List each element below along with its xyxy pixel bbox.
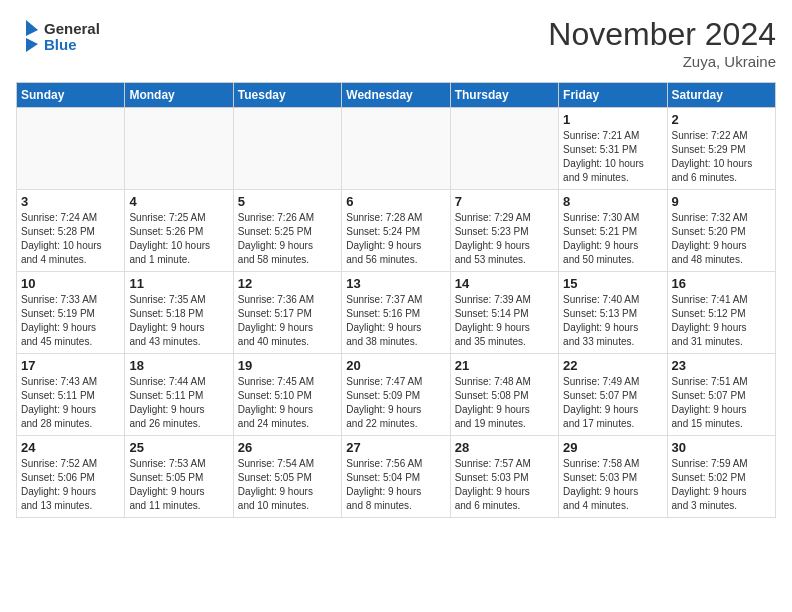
calendar-cell: 14Sunrise: 7:39 AM Sunset: 5:14 PM Dayli… — [450, 272, 558, 354]
calendar-week-row-4: 17Sunrise: 7:43 AM Sunset: 5:11 PM Dayli… — [17, 354, 776, 436]
day-info: Sunrise: 7:37 AM Sunset: 5:16 PM Dayligh… — [346, 293, 445, 349]
day-number: 26 — [238, 440, 337, 455]
day-number: 11 — [129, 276, 228, 291]
day-info: Sunrise: 7:39 AM Sunset: 5:14 PM Dayligh… — [455, 293, 554, 349]
day-info: Sunrise: 7:52 AM Sunset: 5:06 PM Dayligh… — [21, 457, 120, 513]
day-info: Sunrise: 7:33 AM Sunset: 5:19 PM Dayligh… — [21, 293, 120, 349]
svg-text:General: General — [44, 20, 100, 37]
calendar-cell: 8Sunrise: 7:30 AM Sunset: 5:21 PM Daylig… — [559, 190, 667, 272]
day-number: 22 — [563, 358, 662, 373]
location: Zuya, Ukraine — [548, 53, 776, 70]
calendar-cell: 4Sunrise: 7:25 AM Sunset: 5:26 PM Daylig… — [125, 190, 233, 272]
calendar-cell: 30Sunrise: 7:59 AM Sunset: 5:02 PM Dayli… — [667, 436, 775, 518]
day-number: 17 — [21, 358, 120, 373]
calendar-cell: 15Sunrise: 7:40 AM Sunset: 5:13 PM Dayli… — [559, 272, 667, 354]
weekday-header-monday: Monday — [125, 83, 233, 108]
day-number: 27 — [346, 440, 445, 455]
calendar-cell: 12Sunrise: 7:36 AM Sunset: 5:17 PM Dayli… — [233, 272, 341, 354]
calendar-cell: 13Sunrise: 7:37 AM Sunset: 5:16 PM Dayli… — [342, 272, 450, 354]
calendar-cell: 27Sunrise: 7:56 AM Sunset: 5:04 PM Dayli… — [342, 436, 450, 518]
day-info: Sunrise: 7:26 AM Sunset: 5:25 PM Dayligh… — [238, 211, 337, 267]
calendar-cell: 22Sunrise: 7:49 AM Sunset: 5:07 PM Dayli… — [559, 354, 667, 436]
month-title: November 2024 — [548, 16, 776, 53]
day-info: Sunrise: 7:40 AM Sunset: 5:13 PM Dayligh… — [563, 293, 662, 349]
day-number: 10 — [21, 276, 120, 291]
day-number: 5 — [238, 194, 337, 209]
day-info: Sunrise: 7:53 AM Sunset: 5:05 PM Dayligh… — [129, 457, 228, 513]
calendar-cell: 3Sunrise: 7:24 AM Sunset: 5:28 PM Daylig… — [17, 190, 125, 272]
calendar-cell: 5Sunrise: 7:26 AM Sunset: 5:25 PM Daylig… — [233, 190, 341, 272]
logo: General Blue — [16, 16, 126, 60]
weekday-header-row: SundayMondayTuesdayWednesdayThursdayFrid… — [17, 83, 776, 108]
day-info: Sunrise: 7:43 AM Sunset: 5:11 PM Dayligh… — [21, 375, 120, 431]
day-info: Sunrise: 7:57 AM Sunset: 5:03 PM Dayligh… — [455, 457, 554, 513]
svg-text:Blue: Blue — [44, 36, 77, 53]
day-number: 14 — [455, 276, 554, 291]
calendar-cell: 26Sunrise: 7:54 AM Sunset: 5:05 PM Dayli… — [233, 436, 341, 518]
day-info: Sunrise: 7:32 AM Sunset: 5:20 PM Dayligh… — [672, 211, 771, 267]
calendar-table: SundayMondayTuesdayWednesdayThursdayFrid… — [16, 82, 776, 518]
day-number: 15 — [563, 276, 662, 291]
calendar-week-row-1: 1Sunrise: 7:21 AM Sunset: 5:31 PM Daylig… — [17, 108, 776, 190]
calendar-cell — [233, 108, 341, 190]
calendar-cell: 24Sunrise: 7:52 AM Sunset: 5:06 PM Dayli… — [17, 436, 125, 518]
day-number: 28 — [455, 440, 554, 455]
day-number: 25 — [129, 440, 228, 455]
day-info: Sunrise: 7:45 AM Sunset: 5:10 PM Dayligh… — [238, 375, 337, 431]
day-number: 30 — [672, 440, 771, 455]
calendar-cell: 21Sunrise: 7:48 AM Sunset: 5:08 PM Dayli… — [450, 354, 558, 436]
calendar-cell: 6Sunrise: 7:28 AM Sunset: 5:24 PM Daylig… — [342, 190, 450, 272]
day-info: Sunrise: 7:28 AM Sunset: 5:24 PM Dayligh… — [346, 211, 445, 267]
day-number: 12 — [238, 276, 337, 291]
calendar-cell: 17Sunrise: 7:43 AM Sunset: 5:11 PM Dayli… — [17, 354, 125, 436]
calendar-cell: 2Sunrise: 7:22 AM Sunset: 5:29 PM Daylig… — [667, 108, 775, 190]
title-block: November 2024 Zuya, Ukraine — [548, 16, 776, 70]
day-info: Sunrise: 7:24 AM Sunset: 5:28 PM Dayligh… — [21, 211, 120, 267]
weekday-header-sunday: Sunday — [17, 83, 125, 108]
day-info: Sunrise: 7:58 AM Sunset: 5:03 PM Dayligh… — [563, 457, 662, 513]
calendar-cell: 29Sunrise: 7:58 AM Sunset: 5:03 PM Dayli… — [559, 436, 667, 518]
calendar-cell: 11Sunrise: 7:35 AM Sunset: 5:18 PM Dayli… — [125, 272, 233, 354]
day-number: 23 — [672, 358, 771, 373]
day-number: 8 — [563, 194, 662, 209]
weekday-header-friday: Friday — [559, 83, 667, 108]
day-info: Sunrise: 7:30 AM Sunset: 5:21 PM Dayligh… — [563, 211, 662, 267]
day-info: Sunrise: 7:41 AM Sunset: 5:12 PM Dayligh… — [672, 293, 771, 349]
day-number: 7 — [455, 194, 554, 209]
header: General Blue November 2024 Zuya, Ukraine — [16, 16, 776, 70]
weekday-header-tuesday: Tuesday — [233, 83, 341, 108]
calendar-cell — [17, 108, 125, 190]
day-info: Sunrise: 7:51 AM Sunset: 5:07 PM Dayligh… — [672, 375, 771, 431]
day-number: 2 — [672, 112, 771, 127]
day-info: Sunrise: 7:25 AM Sunset: 5:26 PM Dayligh… — [129, 211, 228, 267]
day-info: Sunrise: 7:56 AM Sunset: 5:04 PM Dayligh… — [346, 457, 445, 513]
day-number: 16 — [672, 276, 771, 291]
weekday-header-wednesday: Wednesday — [342, 83, 450, 108]
calendar-cell: 7Sunrise: 7:29 AM Sunset: 5:23 PM Daylig… — [450, 190, 558, 272]
day-info: Sunrise: 7:48 AM Sunset: 5:08 PM Dayligh… — [455, 375, 554, 431]
svg-marker-3 — [26, 38, 38, 52]
calendar-cell — [450, 108, 558, 190]
logo-svg: General Blue — [16, 16, 126, 60]
day-info: Sunrise: 7:49 AM Sunset: 5:07 PM Dayligh… — [563, 375, 662, 431]
day-number: 19 — [238, 358, 337, 373]
calendar-week-row-5: 24Sunrise: 7:52 AM Sunset: 5:06 PM Dayli… — [17, 436, 776, 518]
day-number: 13 — [346, 276, 445, 291]
day-number: 3 — [21, 194, 120, 209]
calendar-cell: 1Sunrise: 7:21 AM Sunset: 5:31 PM Daylig… — [559, 108, 667, 190]
day-info: Sunrise: 7:54 AM Sunset: 5:05 PM Dayligh… — [238, 457, 337, 513]
calendar-cell: 25Sunrise: 7:53 AM Sunset: 5:05 PM Dayli… — [125, 436, 233, 518]
day-info: Sunrise: 7:47 AM Sunset: 5:09 PM Dayligh… — [346, 375, 445, 431]
day-info: Sunrise: 7:29 AM Sunset: 5:23 PM Dayligh… — [455, 211, 554, 267]
calendar-cell: 20Sunrise: 7:47 AM Sunset: 5:09 PM Dayli… — [342, 354, 450, 436]
day-number: 29 — [563, 440, 662, 455]
calendar-cell — [125, 108, 233, 190]
day-info: Sunrise: 7:59 AM Sunset: 5:02 PM Dayligh… — [672, 457, 771, 513]
calendar-cell: 9Sunrise: 7:32 AM Sunset: 5:20 PM Daylig… — [667, 190, 775, 272]
calendar-week-row-3: 10Sunrise: 7:33 AM Sunset: 5:19 PM Dayli… — [17, 272, 776, 354]
day-number: 6 — [346, 194, 445, 209]
day-number: 21 — [455, 358, 554, 373]
day-number: 24 — [21, 440, 120, 455]
calendar-week-row-2: 3Sunrise: 7:24 AM Sunset: 5:28 PM Daylig… — [17, 190, 776, 272]
day-info: Sunrise: 7:22 AM Sunset: 5:29 PM Dayligh… — [672, 129, 771, 185]
